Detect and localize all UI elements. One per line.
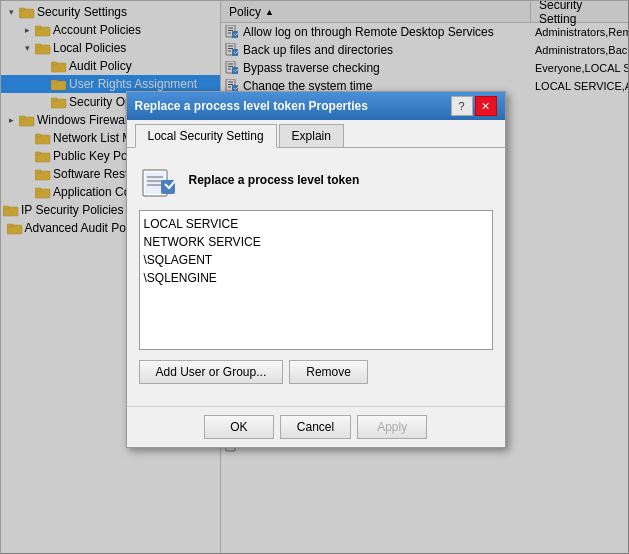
- dialog-icon: [139, 160, 179, 200]
- user-list-item[interactable]: LOCAL SERVICE: [144, 215, 488, 233]
- main-window: ▾ Security Settings▸ Account Policies▾ L…: [0, 0, 629, 554]
- tab-local-security[interactable]: Local Security Setting: [135, 124, 277, 148]
- dialog-header-row: Replace a process level token: [139, 160, 493, 200]
- cancel-button[interactable]: Cancel: [280, 415, 351, 439]
- user-list-box[interactable]: LOCAL SERVICENETWORK SERVICE\SQLAGENT\SQ…: [139, 210, 493, 350]
- dialog-help-button[interactable]: ?: [451, 96, 473, 116]
- dialog-title: Replace a process level token Properties: [135, 99, 368, 113]
- user-list-item[interactable]: \SQLAGENT: [144, 251, 488, 269]
- ok-button[interactable]: OK: [204, 415, 274, 439]
- dialog-titlebar: Replace a process level token Properties…: [127, 92, 505, 120]
- user-list-item[interactable]: NETWORK SERVICE: [144, 233, 488, 251]
- dialog-close-button[interactable]: ✕: [475, 96, 497, 116]
- dialog-description: Replace a process level token: [189, 173, 360, 187]
- modal-overlay: Replace a process level token Properties…: [1, 1, 629, 554]
- user-action-buttons: Add User or Group... Remove: [139, 360, 493, 384]
- tab-bar: Local Security SettingExplain: [127, 120, 505, 148]
- dialog-controls: ? ✕: [451, 96, 497, 116]
- add-user-button[interactable]: Add User or Group...: [139, 360, 284, 384]
- user-list-item[interactable]: \SQLENGINE: [144, 269, 488, 287]
- dialog-content: Replace a process level token LOCAL SERV…: [127, 148, 505, 406]
- apply-button[interactable]: Apply: [357, 415, 427, 439]
- dialog-footer: OK Cancel Apply: [127, 406, 505, 447]
- dialog: Replace a process level token Properties…: [126, 91, 506, 448]
- tab-explain[interactable]: Explain: [279, 124, 344, 147]
- remove-button[interactable]: Remove: [289, 360, 368, 384]
